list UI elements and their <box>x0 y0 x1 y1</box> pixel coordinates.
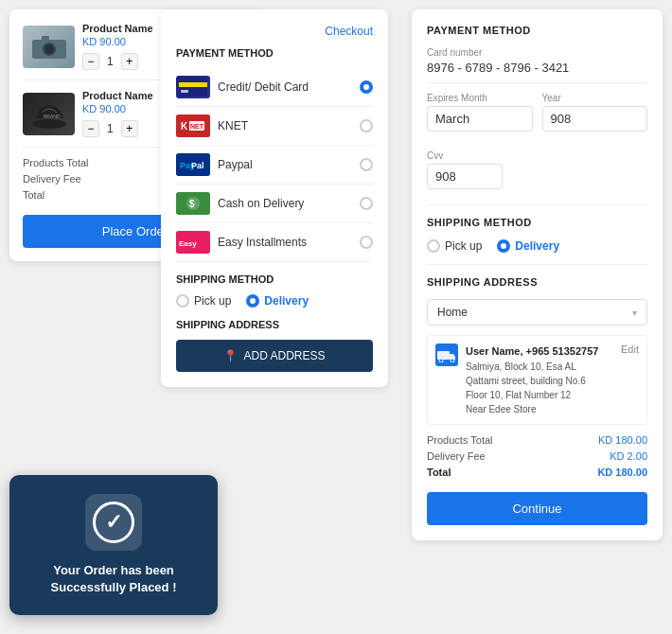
pickup-radio-mid[interactable] <box>176 294 189 308</box>
cash-logo: $ <box>176 192 210 215</box>
knet-radio[interactable] <box>360 119 373 132</box>
knet-option[interactable]: K NET KNET <box>176 107 373 146</box>
expires-month-label: Expires Month <box>427 93 533 103</box>
qty-decrease-2[interactable]: − <box>82 120 99 137</box>
installment-logo: Easy <box>176 231 210 254</box>
right-delivery-fee-label: Delivery Fee <box>427 450 486 462</box>
credit-card-logo <box>176 76 210 98</box>
shipping-method-mid: SHIPPING METHOD Pick up Delivery SHIPPIN… <box>176 273 373 372</box>
cvv-value: 908 <box>427 164 503 189</box>
svg-text:Easy: Easy <box>179 239 197 248</box>
credit-card-option[interactable]: Credit/ Debit Card <box>176 68 373 107</box>
shipping-method-options: Pick up Delivery <box>427 239 647 253</box>
cash-label: Cash on Delivery <box>218 197 304 210</box>
installment-label: Easy Installments <box>218 236 307 249</box>
shipping-method-title: SHIPPING METHOD <box>427 217 647 228</box>
installment-option[interactable]: Easy Easy Installments <box>176 223 373 262</box>
address-line1: Salmiya, Block 10, Esa AL <box>466 361 576 372</box>
svg-rect-21 <box>437 351 450 360</box>
address-card: User Name, +965 51352757 Salmiya, Block … <box>427 335 647 425</box>
payment-method-title: PAYMENT METHOD <box>176 47 373 59</box>
qty-decrease-1[interactable]: − <box>82 53 99 70</box>
svg-rect-7 <box>179 82 207 87</box>
cash-option[interactable]: $ Cash on Delivery <box>176 185 373 223</box>
pickup-radio[interactable] <box>427 239 440 253</box>
qty-increase-2[interactable]: + <box>121 120 138 137</box>
qty-value-1: 1 <box>107 55 114 68</box>
success-icon-outer: ✓ <box>85 494 142 551</box>
right-products-total-value: KD 180.00 <box>598 434 647 446</box>
shipping-address-mid-title: SHIPPING ADDRESS <box>176 319 373 330</box>
success-icon-inner: ✓ <box>93 502 134 543</box>
delivery-option[interactable]: Delivery <box>497 239 559 253</box>
svg-point-22 <box>439 359 443 362</box>
knet-label: KNET <box>218 119 248 132</box>
paypal-logo: Pay Pal <box>176 153 210 176</box>
right-delivery-fee-value: KD 2.00 <box>610 450 647 462</box>
card-number-value: 8976 - 6789 - 8796 - 3421 <box>427 61 647 83</box>
cvv-label: Cvv <box>427 150 647 161</box>
products-total-label: Products Total <box>23 157 89 168</box>
credit-card-label: Credit/ Debit Card <box>218 80 309 94</box>
paypal-radio[interactable] <box>360 158 373 171</box>
delivery-option-mid[interactable]: Delivery <box>246 294 309 308</box>
address-info: User Name, +965 51352757 Salmiya, Block … <box>466 343 613 416</box>
address-line3: Floor 10, Flat Number 12 <box>466 390 571 400</box>
svg-point-2 <box>44 44 54 54</box>
success-line1: Your Order has been <box>53 563 174 577</box>
credit-card-radio[interactable] <box>360 80 373 94</box>
pickup-label-mid: Pick up <box>194 294 231 308</box>
right-total-label: Total <box>427 467 451 478</box>
payment-method-section-title: PAYMENT METHOD <box>427 25 647 36</box>
delivery-radio[interactable] <box>497 239 510 253</box>
pickup-option-mid[interactable]: Pick up <box>176 294 231 308</box>
continue-button[interactable]: Continue <box>427 492 647 525</box>
checkmark-icon: ✓ <box>105 510 122 535</box>
product-image-2: BRAND <box>23 93 75 135</box>
right-products-total-row: Products Total KD 180.00 <box>427 434 647 446</box>
checkout-link[interactable]: Checkout <box>176 25 373 38</box>
svg-rect-3 <box>42 36 49 41</box>
delivery-label: Delivery <box>515 239 559 253</box>
address-line4: Near Edee Store <box>466 404 537 414</box>
svg-point-4 <box>32 119 66 129</box>
svg-text:Pal: Pal <box>191 161 204 170</box>
svg-rect-8 <box>181 90 188 93</box>
svg-text:BRAND: BRAND <box>44 114 61 119</box>
add-address-label: ADD ADDRESS <box>243 349 325 362</box>
year-col: Year 908 <box>542 93 648 141</box>
knet-logo: K NET <box>176 114 210 137</box>
qty-value-2: 1 <box>107 122 114 135</box>
address-type-label: Home <box>437 306 468 319</box>
success-message: Your Order has been Successfully Placed … <box>25 562 203 596</box>
success-line2: Successfully Placed ! <box>51 580 177 594</box>
cvv-section: Cvv 908 <box>427 150 647 189</box>
cash-radio[interactable] <box>360 197 373 210</box>
card-number-label: Card number <box>427 47 647 58</box>
right-delivery-fee-row: Delivery Fee KD 2.00 <box>427 450 647 462</box>
paypal-label: Paypal <box>218 158 253 171</box>
right-total-row: Total KD 180.00 <box>427 467 647 478</box>
svg-text:K: K <box>181 121 188 132</box>
right-total-value: KD 180.00 <box>597 467 647 478</box>
pickup-label: Pick up <box>445 239 482 253</box>
user-name: User Name, +965 51352757 <box>466 345 598 357</box>
right-panel: PAYMENT METHOD Card number 8976 - 6789 -… <box>412 9 663 540</box>
shipping-address-title: SHIPPING ADDRESS <box>427 276 647 288</box>
pickup-option[interactable]: Pick up <box>427 239 482 253</box>
shipping-method-options-mid: Pick up Delivery <box>176 294 373 308</box>
address-line2: Qattami street, building No.6 <box>466 376 586 386</box>
svg-text:NET: NET <box>190 123 204 130</box>
svg-point-23 <box>451 359 454 362</box>
paypal-option[interactable]: Pay Pal Paypal <box>176 146 373 185</box>
delivery-label-mid: Delivery <box>264 294 309 308</box>
success-toast: ✓ Your Order has been Successfully Place… <box>9 475 218 615</box>
edit-address-link[interactable]: Edit <box>621 343 639 355</box>
qty-increase-1[interactable]: + <box>121 53 138 70</box>
installment-radio[interactable] <box>360 236 373 249</box>
address-type-select[interactable]: Home ▾ <box>427 299 647 326</box>
add-address-button[interactable]: 📍 ADD ADDRESS <box>176 340 373 372</box>
expires-row: Expires Month March Year 908 <box>427 93 647 141</box>
delivery-radio-mid[interactable] <box>246 294 259 308</box>
product-image-1 <box>23 26 75 68</box>
